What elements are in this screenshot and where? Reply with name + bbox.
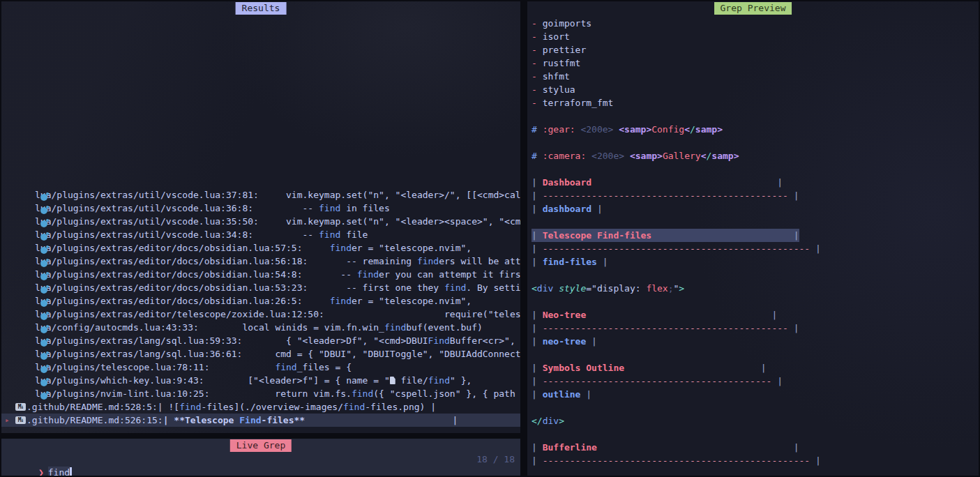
result-row[interactable]: lua/plugins/extras/util/vscode.lua:34:8:… <box>1 228 520 241</box>
text-segment: | <box>532 455 543 466</box>
result-text: lua/plugins/extras/editor/docs/obsidian.… <box>35 268 520 281</box>
text-segment: file <box>340 229 368 240</box>
lua-icon <box>40 312 49 320</box>
preview-line: - terraform_fmt <box>527 96 979 109</box>
result-row[interactable]: lua/plugins/extras/util/vscode.lua:36:8:… <box>1 202 520 215</box>
text-segment: samp> <box>695 124 723 135</box>
result-row[interactable]: M↓.github/README.md:528:5:| ![find-files… <box>1 400 520 414</box>
text-segment: <200e> <box>591 151 624 161</box>
text-segment: find <box>330 296 352 306</box>
text-segment <box>624 363 761 373</box>
text-segment: cmd = { "DBUI", "DBUIToggle", "DBUIAddCo… <box>242 349 520 359</box>
grep-preview-title-badge: Grep Preview <box>714 2 792 15</box>
result-row[interactable]: lua/plugins/nvim-lint.lua:10:25: return … <box>1 387 520 400</box>
text-segment: lua/plugins/extras/editor/docs/obsidian.… <box>35 256 308 266</box>
text-segment: neo-tree <box>543 336 587 347</box>
result-text: lua/plugins/extras/lang/sql.lua:36:61: c… <box>35 347 520 361</box>
text-segment: find <box>428 375 450 386</box>
result-row[interactable]: lua/plugins/extras/lang/sql.lua:59:33: {… <box>1 334 520 347</box>
text-segment: - <box>532 18 543 29</box>
text-segment: lua/plugins/extras/lang/sql.lua:36:61: <box>35 349 242 359</box>
result-row[interactable]: lua/plugins/extras/editor/docs/obsidian.… <box>1 255 520 268</box>
text-segment: local winids = vim.fn.win_ <box>199 322 384 333</box>
text-segment: Telescope Find-files <box>543 230 652 241</box>
text-segment: . By setting <box>466 282 520 293</box>
text-segment: -- <box>253 203 319 213</box>
text-segment: < <box>532 283 537 294</box>
result-row[interactable]: lua/plugins/telescope.lua:78:11: find_fi… <box>1 361 520 374</box>
result-row[interactable]: lua/plugins/extras/editor/docs/obsidian.… <box>1 268 520 281</box>
text-segment: = <box>586 283 591 294</box>
result-row[interactable]: lua/plugins/extras/util/vscode.lua:37:81… <box>1 188 520 202</box>
text-segment: find <box>384 322 406 333</box>
text-segment: | <box>761 363 767 373</box>
lua-icon <box>40 365 49 373</box>
result-text: lua/plugins/extras/editor/docs/obsidian.… <box>35 255 520 268</box>
preview-line-text: | find-files | <box>532 255 608 268</box>
result-row[interactable]: lua/plugins/extras/util/vscode.lua:35:50… <box>1 215 520 228</box>
text-segment: outline <box>543 389 581 400</box>
selection-caret-icon: ▸ <box>5 414 10 427</box>
result-text: lua/plugins/extras/util/vscode.lua:34:8:… <box>35 228 368 241</box>
text-segment: find-files <box>543 257 597 267</box>
preview-line <box>527 162 979 176</box>
text-segment: Config <box>651 124 684 135</box>
result-text: lua/plugins/extras/editor/docs/obsidian.… <box>35 281 520 294</box>
text-segment: stylua <box>543 84 575 95</box>
result-row[interactable]: lua/config/autocmds.lua:43:33: local win… <box>1 321 520 334</box>
text-segment: | <box>532 257 543 267</box>
text-segment <box>624 151 630 161</box>
match-counter: 18 / 18 <box>476 453 515 466</box>
text-segment: Buffer<cr>", d <box>450 335 520 346</box>
lua-icon <box>40 391 49 400</box>
preview-line <box>527 401 979 414</box>
text-segment: Neo-tree <box>543 310 587 320</box>
preview-line: # :camera: <200e> <samp>Gallery</samp> <box>527 149 979 162</box>
text-segment: file/ <box>395 375 428 386</box>
preview-line: | dashboard | <box>527 202 979 215</box>
text-segment: - <box>532 31 543 42</box>
text-segment: | <box>788 323 799 333</box>
preview-line-text: - stylua <box>532 83 575 96</box>
text-segment: find <box>417 256 439 266</box>
text-segment: terraform_fmt <box>543 98 614 108</box>
result-row[interactable]: lua/plugins/extras/editor/docs/obsidian.… <box>1 294 520 308</box>
text-segment: -- first one they <box>308 282 444 293</box>
result-row[interactable]: lua/plugins/extras/lang/sql.lua:36:61: c… <box>1 347 520 361</box>
text-segment: vim.keymap.set("n", "<leader>/", [[<cmd>… <box>259 190 520 200</box>
markdown-icon: M↓ <box>15 403 26 411</box>
result-row[interactable]: lua/plugins/which-key.lua:9:43: ["<leade… <box>1 374 520 387</box>
preview-line: | --------------------------------------… <box>527 454 979 467</box>
text-segment: er = "telescope.nvim", <box>352 296 472 306</box>
text-segment: | <box>532 310 543 320</box>
lua-icon <box>40 245 49 254</box>
preview-line-text: - shfmt <box>532 70 570 83</box>
text-segment: | <box>788 190 799 201</box>
result-row[interactable]: lua/plugins/extras/editor/telescope/zoxi… <box>1 308 520 321</box>
preview-line-text: | Telescope Find-files | <box>532 229 799 242</box>
lua-icon <box>40 206 49 214</box>
text-segment: | <box>532 323 543 333</box>
text-segment: find <box>319 203 340 213</box>
result-row[interactable]: ▸M↓.github/README.md:526:15:| **Telescop… <box>1 414 520 427</box>
text-segment: -files** <box>262 415 306 425</box>
text-segment: | <box>532 389 543 400</box>
lua-icon <box>40 338 49 347</box>
result-row[interactable]: lua/plugins/extras/editor/docs/obsidian.… <box>1 281 520 294</box>
text-segment: | <box>771 310 777 320</box>
result-text: lua/plugins/which-key.lua:9:43: ["<leade… <box>35 374 472 387</box>
text-segment: in files <box>340 203 389 213</box>
result-row[interactable]: lua/plugins/extras/editor/docs/obsidian.… <box>1 241 520 255</box>
lua-icon <box>40 272 49 280</box>
result-text: lua/plugins/extras/util/vscode.lua:36:8:… <box>35 202 390 215</box>
preview-line-text: | Dashboard | <box>532 176 783 189</box>
text-segment: | **Telescope <box>163 415 240 425</box>
text-segment: Find <box>428 335 450 346</box>
lua-icon <box>40 351 49 360</box>
text-segment: find <box>444 282 466 293</box>
search-input[interactable]: find <box>48 467 70 476</box>
result-text: lua/plugins/extras/editor/telescope/zoxi… <box>35 308 520 321</box>
text-segment: style <box>559 283 586 294</box>
prompt-line[interactable]: ❯find 18 / 18 <box>6 453 515 466</box>
preview-line: | --------------------------------------… <box>527 374 979 388</box>
